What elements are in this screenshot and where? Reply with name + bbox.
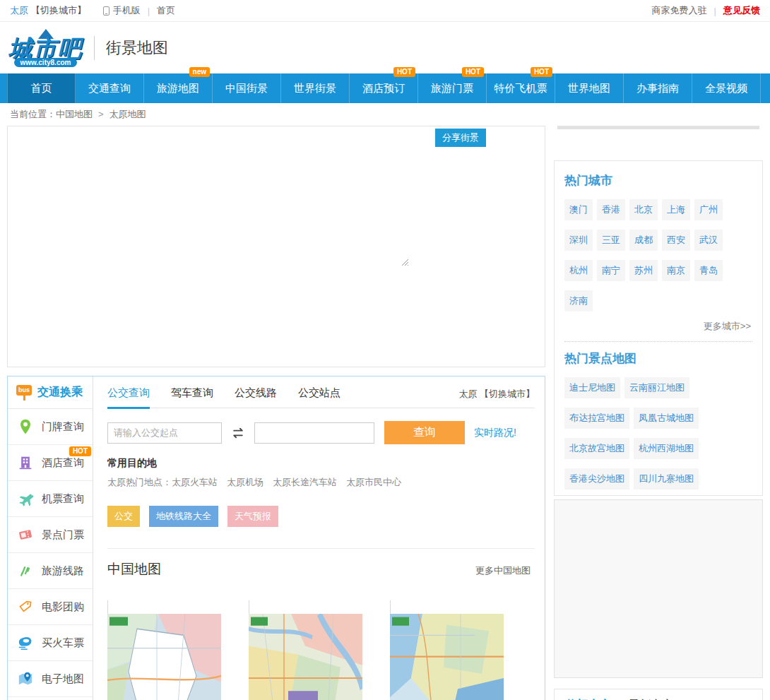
city-link[interactable]: 北京 xyxy=(629,199,658,220)
nav-item-world-streetview[interactable]: 世界街景 xyxy=(281,73,350,103)
attraction-link[interactable]: 云南丽江地图 xyxy=(624,377,689,398)
place-link[interactable]: 太原市民中心 xyxy=(346,476,401,489)
sidebar-item-transit[interactable]: bus 交通换乘 xyxy=(8,376,93,409)
city-link[interactable]: 杭州 xyxy=(564,260,593,281)
city-link[interactable]: 澳门 xyxy=(564,199,593,220)
switch-city-link[interactable]: 【切换城市】 xyxy=(31,4,86,17)
home-link[interactable]: 首页 xyxy=(157,4,175,17)
map-thumbnail-image xyxy=(249,600,362,700)
city-link[interactable]: 香港 xyxy=(597,199,625,220)
attraction-link[interactable]: 北京故宫地图 xyxy=(564,438,629,459)
sidebar-item-digital-map[interactable]: 电子地图 xyxy=(8,661,93,697)
tab-bus-stops[interactable]: 公交站点 xyxy=(298,386,340,409)
sidebar-item-hotel-search[interactable]: 酒店查询 HOT xyxy=(8,445,93,481)
city-link[interactable]: 广州 xyxy=(694,199,723,220)
breadcrumb: 当前位置：中国地图>太原地图 xyxy=(0,103,770,126)
bus-end-input[interactable] xyxy=(254,422,374,444)
transit-sidebar: bus 交通换乘 门牌查询 酒店查询 HOT xyxy=(8,376,93,700)
hot-cities-box: 热门城市 澳门 香港 北京 上海 广州 深圳 三亚 成都 西安 武汉 杭州 南宁… xyxy=(554,160,763,496)
attraction-link[interactable]: 迪士尼地图 xyxy=(564,377,620,398)
price-tag-icon xyxy=(17,598,34,615)
map-thumbnail-wujiang[interactable]: 吴江地图高清版大地图 xyxy=(390,601,504,700)
current-city-link[interactable]: 太原 xyxy=(10,4,28,17)
more-china-maps-link[interactable]: 更多中国地图 xyxy=(475,564,531,577)
tab-drive-query[interactable]: 驾车查询 xyxy=(171,386,213,409)
sidebar-item-movie-deals[interactable]: 电影团购 xyxy=(8,589,93,625)
city-link[interactable]: 南京 xyxy=(662,260,690,281)
more-cities-link[interactable]: 更多城市>> xyxy=(566,320,751,333)
china-maps-section: 中国地图 更多中国地图 xyxy=(107,548,535,700)
breadcrumb-china-map[interactable]: 中国地图 xyxy=(56,109,93,119)
city-link[interactable]: 济南 xyxy=(564,290,593,312)
tab-bus-query[interactable]: 公交查询 xyxy=(107,386,150,409)
nav-item-tickets[interactable]: 旅游门票HOT xyxy=(418,73,487,103)
bus-quick-button[interactable]: 公交 xyxy=(107,506,140,527)
site-logo[interactable]: 城市吧 www.city8.com xyxy=(8,29,83,67)
new-badge: new xyxy=(189,67,210,77)
weather-forecast-button[interactable]: 天气预报 xyxy=(227,506,278,527)
attraction-link[interactable]: 布达拉宫地图 xyxy=(564,408,629,429)
tab-bus-lines[interactable]: 公交线路 xyxy=(235,386,277,409)
sidebar-item-door-number[interactable]: 门牌查询 xyxy=(8,409,93,445)
feedback-link[interactable]: 意见反馈 xyxy=(723,4,760,17)
city-link[interactable]: 武汉 xyxy=(694,230,723,251)
attraction-link[interactable]: 四川九寨地图 xyxy=(634,468,699,490)
nav-item-flights[interactable]: 特价飞机票HOT xyxy=(487,73,555,103)
nav-item-china-streetview[interactable]: 中国街景 xyxy=(213,73,281,103)
nav-item-traffic[interactable]: 交通查询 xyxy=(76,73,144,103)
hot-attractions-grid: 迪士尼地图 云南丽江地图 布达拉宫地图 凤凰古城地图 北京故宫地图 杭州西湖地图… xyxy=(564,377,752,490)
place-link[interactable]: 太原火车站 xyxy=(172,476,218,489)
sidebar-item-attraction-tickets[interactable]: 景点门票 xyxy=(8,517,93,553)
map-thumbnail-changshu[interactable]: 常熟地图高清版大地图 xyxy=(249,601,362,700)
transit-main: 公交查询 驾车查询 公交线路 公交站点 太原 【切换城市】 查询 xyxy=(93,376,545,700)
street-map-canvas[interactable]: 分享街景 xyxy=(7,126,545,367)
sidebar-item-travel-routes[interactable]: 旅游线路 xyxy=(8,553,93,589)
nav-item-home[interactable]: 首页 xyxy=(7,73,76,103)
city-link[interactable]: 西安 xyxy=(662,230,690,251)
bus-query-form: 查询 实时路况! xyxy=(107,421,535,444)
breadcrumb-taiyuan-map[interactable]: 太原地图 xyxy=(109,109,146,119)
realtime-traffic-link[interactable]: 实时路况! xyxy=(474,427,516,439)
map-thumbnail-kunshan[interactable]: www.guang.net 昆山地图高清版大地图 xyxy=(107,601,221,700)
breadcrumb-prefix: 当前位置： xyxy=(10,109,56,119)
transit-switch-city-link[interactable]: 【切换城市】 xyxy=(480,388,535,399)
transit-tabs: 公交查询 驾车查询 公交线路 公交站点 太原 【切换城市】 xyxy=(107,386,535,408)
nav-item-travel-map[interactable]: 旅游地图new xyxy=(144,73,213,103)
swap-direction-icon[interactable] xyxy=(231,427,245,439)
city-link[interactable]: 青岛 xyxy=(694,260,723,281)
mobile-phone-icon xyxy=(103,6,109,16)
nav-item-guide[interactable]: 办事指南 xyxy=(624,73,692,103)
attraction-link[interactable]: 香港尖沙地图 xyxy=(564,468,629,490)
attraction-link[interactable]: 杭州西湖地图 xyxy=(634,438,699,459)
site-subtitle: 街景地图 xyxy=(94,36,168,60)
nav-item-hotel[interactable]: 酒店预订HOT xyxy=(350,73,418,103)
place-link[interactable]: 太原机场 xyxy=(227,476,263,489)
mobile-version-link[interactable]: 手机版 xyxy=(113,4,141,17)
city-link[interactable]: 成都 xyxy=(629,230,658,251)
nav-item-panorama-video[interactable]: 全景视频 xyxy=(692,73,761,103)
quick-buttons: 公交 地铁线路大全 天气预报 xyxy=(107,506,535,527)
sidebar-item-flight-search[interactable]: 机票查询 xyxy=(8,481,93,517)
metro-lines-button[interactable]: 地铁线路大全 xyxy=(149,506,218,527)
city-link[interactable]: 苏州 xyxy=(629,260,658,281)
query-button[interactable]: 查询 xyxy=(384,421,465,444)
dotted-divider xyxy=(564,341,752,342)
nav-item-world-map[interactable]: 世界地图 xyxy=(555,73,624,103)
city-link[interactable]: 深圳 xyxy=(564,230,593,251)
city-link[interactable]: 三亚 xyxy=(597,230,625,251)
merchant-join-link[interactable]: 商家免费入驻 xyxy=(652,4,707,17)
share-streetview-button[interactable]: 分享街景 xyxy=(435,129,486,147)
divider xyxy=(93,6,96,16)
attraction-link[interactable]: 凤凰古城地图 xyxy=(634,408,699,429)
place-link[interactable]: 太原长途汽车站 xyxy=(273,476,337,489)
bus-start-input[interactable] xyxy=(107,422,222,444)
resize-grip-icon[interactable] xyxy=(401,256,409,269)
sidebar-item-train-tickets[interactable]: 买火车票 xyxy=(8,625,93,661)
hot-places-line: 太原热门地点： 太原火车站 太原机场 太原长途汽车站 太原市民中心 xyxy=(107,476,535,489)
map-thumbnail-image: www.guang.net xyxy=(107,600,221,700)
city-link[interactable]: 上海 xyxy=(662,199,690,220)
city-link[interactable]: 南宁 xyxy=(597,260,625,281)
route-lines-icon xyxy=(17,562,34,579)
map-thumbnail-image xyxy=(390,600,504,700)
train-icon xyxy=(17,634,34,651)
